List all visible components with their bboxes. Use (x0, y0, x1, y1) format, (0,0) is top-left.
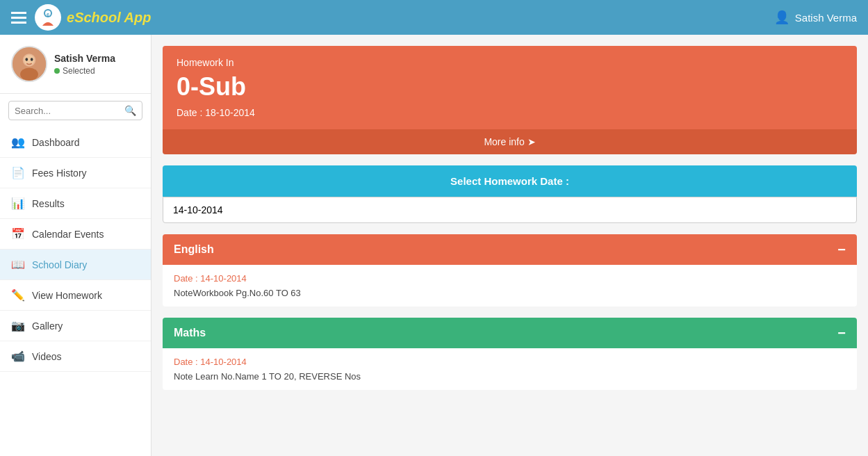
maths-date: Date : 14-10-2014 (174, 357, 846, 367)
english-collapse-button[interactable]: − (837, 243, 846, 256)
sidebar-item-label: View Homework (32, 290, 102, 301)
sidebar: Satish Verma Selected 🔍 👥 Dashboard 📄 Fe… (0, 35, 152, 456)
results-icon: 📊 (11, 197, 25, 210)
logo-e: e (67, 10, 74, 25)
sidebar-item-dashboard[interactable]: 👥 Dashboard (0, 127, 151, 158)
homework-header-card: Homework In 0-Sub Date : 18-10-2014 (163, 46, 857, 129)
more-info-bar[interactable]: More info ➤ (163, 129, 857, 154)
sidebar-item-label: School Diary (32, 259, 87, 270)
user-info: Satish Verma Selected (54, 53, 115, 76)
main-layout: Satish Verma Selected 🔍 👥 Dashboard 📄 Fe… (0, 35, 868, 456)
english-subject-card: English − Date : 14-10-2014 NoteWorkbook… (163, 234, 857, 307)
homework-date: Date : 18-10-2014 (177, 107, 843, 118)
maths-subject-header: Maths − (163, 318, 857, 348)
svg-point-5 (20, 68, 38, 81)
date-selector-label: Select Homework Date : (163, 165, 857, 197)
more-info-arrow-icon: ➤ (527, 136, 536, 147)
svg-point-7 (25, 58, 28, 61)
english-subject-name: English (174, 243, 214, 256)
english-subject-header: English − (163, 234, 857, 265)
maths-collapse-button[interactable]: − (837, 326, 846, 340)
hamburger-menu-button[interactable] (11, 12, 26, 24)
videos-icon: 📹 (11, 350, 25, 363)
avatar (11, 46, 47, 82)
search-icon[interactable]: 🔍 (124, 105, 136, 116)
sidebar-item-label: Gallery (32, 320, 63, 332)
navbar-left: e eSchool App (11, 4, 152, 31)
svg-text:e: e (47, 12, 49, 17)
main-content: Homework In 0-Sub Date : 18-10-2014 More… (152, 35, 868, 456)
sidebar-item-view-homework[interactable]: ✏️ View Homework (0, 280, 151, 311)
sidebar-item-label: Calendar Events (32, 229, 104, 240)
sidebar-username: Satish Verma (54, 53, 115, 64)
fees-icon: 📄 (11, 166, 25, 179)
navbar-right: 👤 Satish Verma (774, 10, 857, 25)
svg-point-8 (31, 58, 33, 61)
navbar-username: Satish Verma (795, 12, 857, 24)
english-subject-body: Date : 14-10-2014 NoteWorkbook Pg.No.60 … (163, 265, 857, 307)
sidebar-item-gallery[interactable]: 📷 Gallery (0, 311, 151, 341)
maths-subject-card: Maths − Date : 14-10-2014 Note Learn No.… (163, 318, 857, 390)
sidebar-item-calendar-events[interactable]: 📅 Calendar Events (0, 219, 151, 250)
status-label: Selected (63, 66, 95, 76)
sidebar-item-school-diary[interactable]: 📖 School Diary (0, 250, 151, 280)
english-date: Date : 14-10-2014 (174, 273, 846, 284)
gallery-icon: 📷 (11, 319, 25, 332)
diary-icon: 📖 (11, 258, 25, 271)
dashboard-icon: 👥 (11, 136, 25, 149)
sidebar-item-label: Fees History (32, 168, 87, 179)
sidebar-item-videos[interactable]: 📹 Videos (0, 341, 151, 372)
logo-area: e eSchool App (35, 4, 152, 31)
search-box[interactable]: 🔍 (8, 101, 142, 120)
maths-subject-body: Date : 14-10-2014 Note Learn No.Name 1 T… (163, 348, 857, 390)
homework-icon: ✏️ (11, 288, 25, 302)
maths-note: Note Learn No.Name 1 TO 20, REVERSE Nos (174, 371, 846, 382)
user-status: Selected (54, 66, 115, 76)
date-selector-input[interactable] (163, 197, 857, 223)
homework-in-label: Homework In (177, 57, 843, 68)
logo-text: eSchool App (67, 10, 152, 26)
sidebar-item-label: Results (32, 198, 65, 209)
search-input[interactable] (15, 106, 124, 116)
top-navbar: e eSchool App 👤 Satish Verma (0, 0, 868, 35)
user-profile-section: Satish Verma Selected (0, 35, 151, 94)
more-info-label: More info (484, 136, 524, 147)
sidebar-item-label: Videos (32, 351, 62, 362)
status-dot (54, 68, 60, 74)
homework-title: 0-Sub (177, 72, 843, 101)
sidebar-item-label: Dashboard (32, 137, 80, 148)
english-note: NoteWorkbook Pg.No.60 TO 63 (174, 288, 846, 298)
maths-subject-name: Maths (174, 327, 206, 339)
sidebar-item-fees-history[interactable]: 📄 Fees History (0, 158, 151, 188)
calendar-icon: 📅 (11, 227, 25, 241)
sidebar-item-results[interactable]: 📊 Results (0, 188, 151, 219)
user-nav-icon: 👤 (774, 10, 789, 25)
sidebar-nav: 👥 Dashboard 📄 Fees History 📊 Results 📅 C… (0, 127, 151, 372)
logo-image: e (35, 4, 61, 31)
